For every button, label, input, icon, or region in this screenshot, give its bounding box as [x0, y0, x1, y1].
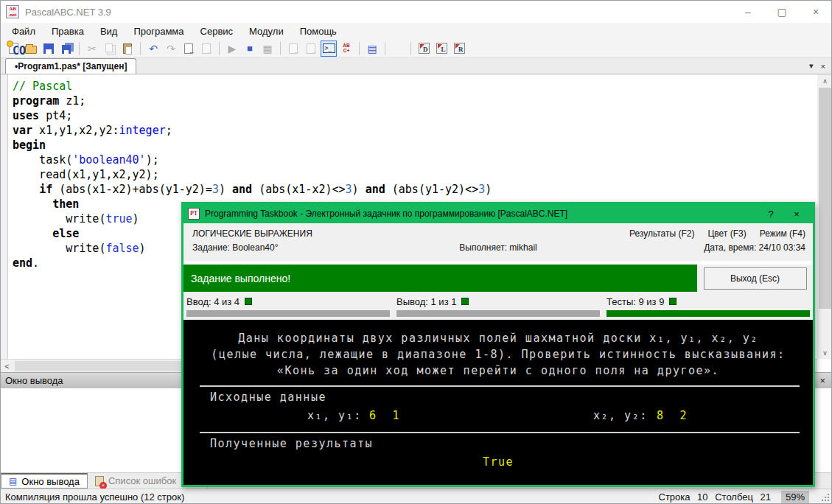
pascalabc-window: AB .net PascalABC.NET 3.9 – ▢ × ФайлПрав… [0, 0, 832, 504]
tab-output-label: Окно вывода [21, 476, 80, 487]
taskbook-hotkeys: Результаты (F2) Цвет (F3) Режим (F4) [629, 228, 805, 239]
redo-icon[interactable]: ↷ [163, 41, 179, 57]
progress-ok-square-icon [461, 298, 469, 305]
pascalabc-logo-icon: AB .net [6, 5, 19, 18]
tab-list-dropdown-icon[interactable]: ▾ [809, 61, 814, 71]
toolbar: ✂↶↷▶■▦>_AB C+▤CO DEDLR [1, 39, 832, 58]
success-banner: Задание выполнено! [183, 265, 697, 292]
caret-position: Строка 10 Столбец 21 [659, 491, 771, 503]
maximize-button[interactable]: ▢ [765, 1, 799, 23]
progress-2: Тесты: 9 из 9 [605, 294, 811, 320]
taskbook-title-bar[interactable]: PT Programming Taskbook - Электронный за… [183, 204, 813, 223]
taskbook-title: Programming Taskbook - Электронный задач… [205, 209, 567, 219]
mode-f4-link[interactable]: Режим (F4) [760, 228, 805, 239]
scroll-left-icon[interactable]: < [1, 362, 13, 371]
menu-item-1[interactable]: Правка [43, 24, 92, 38]
input2-label: x₂, y₂: [593, 409, 648, 422]
taskbook-help-icon[interactable]: ? [761, 209, 781, 220]
progress-bar [186, 310, 390, 317]
output-list-icon: ▤ [9, 476, 17, 486]
toolbar-separator [410, 42, 411, 55]
tab-program1[interactable]: •Program1.pas* [Запущен] [5, 58, 136, 74]
status-bar: Компиляция прошла успешно (12 строк) Стр… [1, 489, 832, 504]
progress-bar [396, 310, 600, 317]
stop-icon[interactable]: ■ [242, 41, 258, 57]
menu-item-0[interactable]: Файл [4, 24, 43, 38]
taskbook-close-icon[interactable]: × [786, 209, 807, 220]
code-line: task('boolean40'); [13, 153, 492, 167]
result-value: True [183, 455, 813, 469]
undo-icon[interactable]: ↶ [145, 41, 161, 57]
menu-item-4[interactable]: Сервис [192, 24, 242, 38]
input-data-row: x₁, y₁: 6 1 x₂, y₂: 8 2 [183, 406, 813, 425]
step-over-icon[interactable] [285, 41, 301, 57]
menu-bar: ФайлПравкаВидПрограммаСервисМодулиПомощь [1, 23, 832, 39]
toolbar-separator [280, 42, 281, 55]
document-tab-bar: •Program1.pas* [Запущен] ▾ × [1, 58, 832, 74]
taskbook-window: PT Programming Taskbook - Электронный за… [181, 202, 815, 487]
output-panel-title: Окно вывода [5, 375, 63, 386]
toolbar-separator [79, 42, 80, 55]
spellcheck-icon[interactable]: AB C+ [338, 41, 354, 57]
copy-snippet-icon[interactable] [198, 41, 214, 57]
pt-load-icon[interactable]: L [433, 41, 450, 57]
copy-icon[interactable] [102, 41, 118, 57]
insert-snippet-icon[interactable] [181, 41, 197, 57]
editor-vertical-scrollbar[interactable]: ∧ ∨ [817, 74, 832, 359]
results-f2-link[interactable]: Результаты (F2) [629, 228, 695, 239]
tab-error-label: Список ошибок [108, 475, 176, 486]
code-line: program z1; [13, 94, 492, 108]
taskbook-console: Даны координаты двух различных полей шах… [183, 320, 813, 485]
menu-item-3[interactable]: Программа [125, 24, 192, 38]
run-icon[interactable]: ▶ [224, 41, 240, 57]
code-line: if (abs(x1-x2)+abs(y1-y2)=3) and (abs(x1… [13, 182, 492, 197]
code-line: read(x1,y1,x2,y2); [13, 167, 492, 182]
step-into-icon[interactable] [303, 41, 319, 57]
show-console-icon[interactable]: >_ [321, 41, 337, 57]
code-template-icon[interactable]: CO DE [390, 41, 406, 57]
tab-close-icon[interactable]: × [821, 62, 825, 71]
input2-values: 8 2 [657, 409, 688, 422]
tab-error-list[interactable]: Список ошибок [88, 473, 184, 489]
progress-label: Вывод: 1 из 1 [396, 296, 456, 307]
paste-icon[interactable] [119, 41, 136, 57]
window-title: PascalABC.NET 3.9 [25, 7, 111, 18]
error-list-icon [95, 476, 104, 486]
progress-ok-square-icon [245, 298, 252, 305]
menu-item-5[interactable]: Модули [241, 24, 292, 38]
zoom-level[interactable]: 59% [781, 491, 809, 503]
input-section-header: Исходные данные [210, 391, 813, 404]
toolbar-separator [140, 42, 141, 55]
task-datetime: Дата, время: 24/10 03:34 [704, 242, 805, 253]
exit-esc-button[interactable]: Выход (Esc) [704, 267, 807, 290]
input1-label: x₁, y₁: [307, 409, 362, 422]
save-all-icon[interactable] [58, 41, 74, 57]
resize-grip[interactable] [821, 493, 830, 502]
progress-ok-square-icon [669, 298, 677, 305]
format-code-icon[interactable]: ▤ [364, 41, 380, 57]
menu-item-6[interactable]: Помощь [292, 24, 345, 38]
scroll-down-icon[interactable]: ∨ [817, 346, 832, 359]
success-message: Задание выполнено! [191, 273, 290, 284]
scroll-up-icon[interactable]: ∧ [817, 74, 832, 87]
compile-icon[interactable]: ▦ [259, 41, 276, 57]
vscroll-thumb[interactable] [819, 88, 831, 309]
menu-item-2[interactable]: Вид [92, 24, 126, 38]
taskbook-logo-icon: PT [188, 208, 200, 220]
progress-bar [606, 310, 810, 317]
taskbook-header: ЛОГИЧЕСКИЕ ВЫРАЖЕНИЯ Задание: Boolean40°… [183, 223, 813, 265]
save-icon[interactable] [41, 41, 57, 57]
tab-output-window[interactable]: ▤ Окно вывода [1, 473, 88, 489]
color-f3-link[interactable]: Цвет (F3) [707, 228, 746, 239]
task-description: Даны координаты двух различных полей шах… [183, 320, 813, 379]
progress-1: Вывод: 1 из 1 [395, 294, 601, 320]
progress-0: Ввод: 4 из 4 [185, 294, 391, 320]
pt-result-icon[interactable]: R [451, 41, 467, 57]
progress-label: Ввод: 4 из 4 [186, 296, 240, 307]
cut-icon[interactable]: ✂ [84, 41, 100, 57]
close-button[interactable]: × [799, 1, 832, 23]
title-bar: AB .net PascalABC.NET 3.9 – ▢ × [1, 1, 832, 23]
output-panel-close-icon[interactable]: × [817, 375, 828, 386]
minimize-button[interactable]: – [731, 1, 765, 23]
pt-demo-icon[interactable]: D [416, 41, 432, 57]
